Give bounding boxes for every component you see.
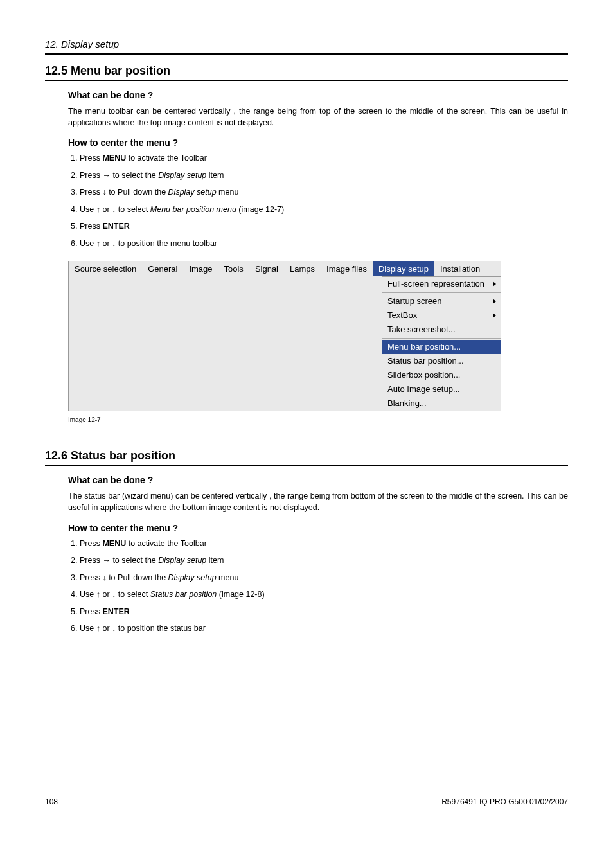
menu-bar-item[interactable]: Lamps: [284, 261, 321, 276]
what-can-be-done-text: The status bar (wizard menu) can be cent…: [68, 490, 568, 513]
menu-bar-item[interactable]: Installation: [434, 261, 486, 276]
how-to-center-heading: How to center the menu ?: [68, 137, 568, 148]
step-item: Press MENU to activate the Toolbar: [80, 538, 568, 550]
step-item: Use ↑ or ↓ to select Status bar position…: [80, 589, 568, 601]
dropdown-item[interactable]: Sliderbox position...: [382, 368, 501, 382]
submenu-arrow-icon: [493, 313, 496, 318]
menu-bar-item[interactable]: Tools: [218, 261, 249, 276]
doc-id: R5976491 IQ PRO G500 01/02/2007: [441, 797, 568, 806]
section-rule: [45, 465, 568, 466]
step-item: Press ENTER: [80, 221, 568, 233]
dropdown-item-label: Status bar position...: [387, 356, 464, 366]
dropdown-item-label: Auto Image setup...: [387, 384, 460, 394]
step-item: Press → to select the Display setup item: [80, 555, 568, 567]
what-can-be-done-heading: What can be done ?: [68, 90, 568, 100]
dropdown-item-label: Full-screen representation: [387, 279, 484, 288]
section-title: 12.5 Menu bar position: [45, 64, 568, 78]
dropdown-item[interactable]: TextBox: [382, 308, 501, 323]
step-item: Use ↑ or ↓ to select Menu bar position m…: [80, 204, 568, 216]
dropdown-item[interactable]: Startup screen: [382, 294, 501, 308]
section-content: What can be done ? The status bar (wizar…: [68, 475, 568, 634]
chapter-header: 12. Display setup: [45, 39, 568, 49]
dropdown-item-label: Sliderbox position...: [387, 370, 460, 380]
dropdown-item[interactable]: Full-screen representation: [382, 277, 501, 293]
dropdown-item-label: TextBox: [387, 310, 417, 320]
chapter-rule: [45, 53, 568, 55]
dropdown-item[interactable]: Blanking...: [382, 396, 501, 411]
image-caption: Image 12-7: [68, 416, 568, 423]
display-setup-dropdown: Full-screen representationStartup screen…: [382, 276, 501, 411]
section-rule: [45, 80, 568, 81]
dropdown-item[interactable]: Menu bar position...: [382, 340, 501, 354]
steps-list: Press MENU to activate the ToolbarPress …: [80, 153, 568, 249]
menu-screenshot: Source selectionGeneralImageToolsSignalL…: [68, 261, 501, 411]
steps-list: Press MENU to activate the ToolbarPress …: [80, 538, 568, 635]
dropdown-item[interactable]: Status bar position...: [382, 354, 501, 368]
how-to-center-heading: How to center the menu ?: [68, 523, 568, 533]
section-12-6: 12.6 Status bar position What can be don…: [45, 449, 568, 634]
menu-bar-item[interactable]: Image: [183, 261, 218, 276]
footer-rule: [63, 802, 436, 802]
menu-bar-item[interactable]: Image files: [321, 261, 373, 276]
what-can-be-done-text: The menu toolbar can be centered vertica…: [68, 105, 568, 128]
menu-bar-item[interactable]: Signal: [249, 261, 284, 276]
step-item: Press MENU to activate the Toolbar: [80, 153, 568, 164]
page-number: 108: [45, 797, 58, 806]
menu-bar-item[interactable]: General: [142, 261, 183, 276]
menu-bar: Source selectionGeneralImageToolsSignalL…: [69, 261, 501, 276]
page-footer: 108 R5976491 IQ PRO G500 01/02/2007: [45, 797, 568, 806]
submenu-arrow-icon: [493, 299, 496, 304]
dropdown-item-label: Blanking...: [387, 398, 427, 408]
section-content: What can be done ? The menu toolbar can …: [68, 90, 568, 423]
menu-bar-item[interactable]: Display setup: [373, 261, 434, 276]
section-12-5: 12.5 Menu bar position What can be done …: [45, 64, 568, 423]
step-item: Press → to select the Display setup item: [80, 170, 568, 182]
step-item: Press ↓ to Pull down the Display setup m…: [80, 572, 568, 584]
step-item: Press ↓ to Pull down the Display setup m…: [80, 187, 568, 199]
dropdown-item-label: Menu bar position...: [387, 342, 461, 351]
what-can-be-done-heading: What can be done ?: [68, 475, 568, 485]
dropdown-item[interactable]: Auto Image setup...: [382, 382, 501, 396]
menu-bar-item[interactable]: Source selection: [69, 261, 142, 276]
step-item: Use ↑ or ↓ to position the status bar: [80, 623, 568, 635]
step-item: Use ↑ or ↓ to position the menu toolbar: [80, 238, 568, 250]
dropdown-item-label: Take screenshot...: [387, 324, 456, 334]
submenu-arrow-icon: [493, 281, 496, 287]
dropdown-item[interactable]: Take screenshot...: [382, 323, 501, 339]
section-title: 12.6 Status bar position: [45, 449, 568, 463]
step-item: Press ENTER: [80, 607, 568, 618]
dropdown-item-label: Startup screen: [387, 296, 442, 306]
